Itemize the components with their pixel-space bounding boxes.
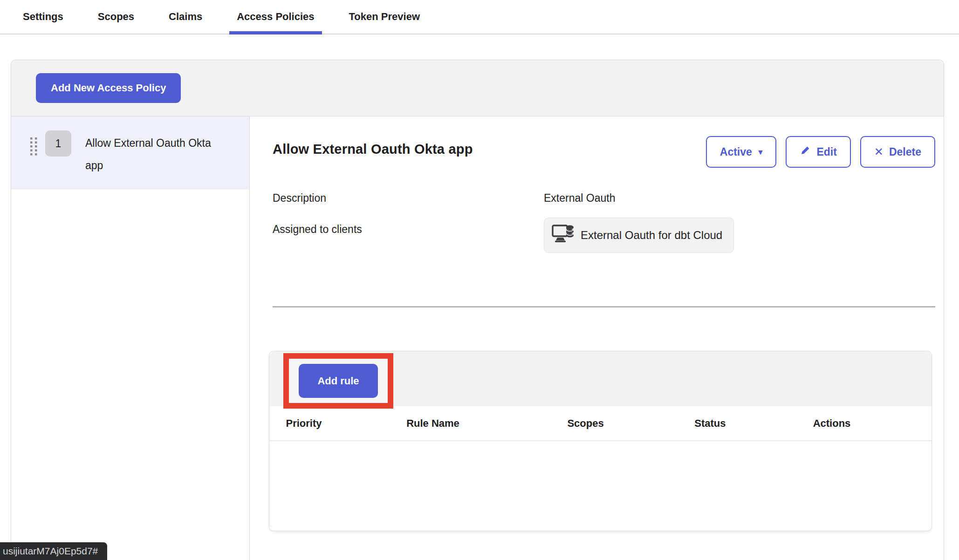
add-new-access-policy-button[interactable]: Add New Access Policy [36,73,181,103]
rules-panel: Add rule Priority Rule Name Scopes Statu… [269,351,932,531]
tab-token-preview[interactable]: Token Preview [342,0,427,34]
rules-toolbar: Add rule [269,351,932,406]
column-header-scopes: Scopes [567,417,603,430]
assigned-to-clients-label: Assigned to clients [273,218,544,236]
add-rule-button[interactable]: Add rule [299,364,378,398]
close-icon: ✕ [874,145,884,158]
annotation-highlight-box: Add rule [283,353,393,409]
assigned-client-chip[interactable]: External Oauth for dbt Cloud [544,218,734,253]
policy-priority-badge: 1 [45,130,71,157]
tab-access-policies[interactable]: Access Policies [229,0,322,34]
edit-button[interactable]: Edit [786,136,850,168]
column-header-priority: Priority [286,417,322,430]
column-header-rule-name: Rule Name [406,417,459,430]
column-header-status: Status [694,417,726,430]
policy-detail-panel: Allow External Oauth Okta app Active ▾ E… [250,116,944,560]
tab-claims[interactable]: Claims [161,0,210,34]
status-dropdown-button[interactable]: Active ▾ [706,136,777,168]
chevron-down-icon: ▾ [759,147,763,157]
card-body: 1 Allow External Oauth Okta app Allow Ex… [11,116,944,560]
access-policies-card: Add New Access Policy 1 [11,60,944,560]
policy-action-buttons: Active ▾ Edit ✕ Delete [706,136,935,168]
link-preview-tooltip: usijiutarM7Aj0Ep5d7# [0,542,107,560]
policy-info: Description External Oauth Assigned to c… [273,186,935,253]
edit-button-label: Edit [816,146,836,158]
tab-settings[interactable]: Settings [15,0,71,34]
policy-title: Allow External Oauth Okta app [273,136,473,157]
status-dropdown-label: Active [720,146,752,158]
pencil-icon [800,145,811,159]
policy-list-item[interactable]: 1 Allow External Oauth Okta app [11,116,249,189]
section-divider [273,306,935,307]
delete-button-label: Delete [889,146,921,158]
detail-header: Allow External Oauth Okta app Active ▾ E… [273,136,935,168]
description-label: Description [273,186,544,205]
policy-list: 1 Allow External Oauth Okta app [11,116,250,560]
tab-scopes[interactable]: Scopes [90,0,142,34]
drag-handle-icon[interactable] [30,137,38,157]
assigned-client-chip-label: External Oauth for dbt Cloud [581,229,722,242]
client-app-icon [552,224,574,246]
rules-table-header: Priority Rule Name Scopes Status Actions [269,406,932,441]
column-header-actions: Actions [813,417,851,430]
card-header: Add New Access Policy [11,60,944,116]
description-value: External Oauth [544,186,935,205]
rules-table-body [269,441,932,530]
tab-bar: Settings Scopes Claims Access Policies T… [0,0,959,34]
policy-list-item-label: Allow External Oauth Okta app [85,130,225,177]
delete-button[interactable]: ✕ Delete [860,136,935,168]
